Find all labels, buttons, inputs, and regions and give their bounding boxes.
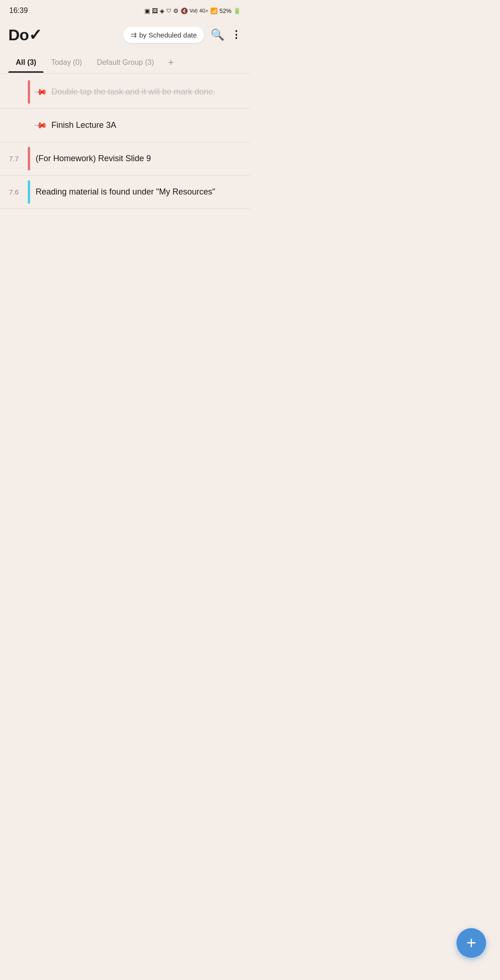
more-icon: ⋮	[231, 29, 242, 40]
task-text: Reading material is found under "My Reso…	[36, 186, 215, 198]
task-list: 📌 Double tap the task and it will be mar…	[0, 75, 250, 209]
app-bar: Do✓ ⇉ by Scheduled date 🔍 ⋮	[0, 19, 250, 52]
battery-percent: 52%	[219, 7, 231, 14]
task-date: 7.6	[0, 176, 28, 208]
task-content: 📌 Finish Lecture 3A	[30, 109, 250, 142]
tab-default-group[interactable]: Default Group (3)	[89, 53, 162, 72]
location-icon: ◈	[160, 7, 164, 14]
task-date	[0, 75, 28, 108]
mute-icon: 🔇	[181, 7, 188, 14]
bluetooth-icon: ⚙	[173, 7, 179, 14]
search-button[interactable]: 🔍	[211, 28, 225, 41]
task-text: Double tap the task and it will be mark …	[51, 86, 215, 98]
app-bar-actions: ⇉ by Scheduled date 🔍 ⋮	[123, 27, 242, 43]
pin-icon: 📌	[33, 118, 48, 132]
tabs: All (3) Today (0) Default Group (3) +	[0, 52, 250, 74]
search-icon: 🔍	[211, 28, 225, 41]
add-tab-button[interactable]: +	[163, 52, 179, 73]
sort-button[interactable]: ⇉ by Scheduled date	[123, 27, 204, 43]
status-icons: ▣ 🖼 ◈ 🛡 ⚙ 🔇 Vol) 4G+ 📶 52% 🔋	[144, 7, 241, 14]
tab-today[interactable]: Today (0)	[44, 53, 89, 72]
task-item[interactable]: 7.7 (For Homework) Revisit Slide 9	[0, 142, 250, 176]
shield-icon: 🛡	[166, 8, 171, 13]
sort-label: by Scheduled date	[139, 31, 197, 39]
vol-icon: Vol)	[190, 8, 198, 13]
task-date	[0, 109, 28, 142]
app-title: Do✓	[8, 25, 42, 44]
task-date: 7.7	[0, 142, 28, 175]
more-button[interactable]: ⋮	[231, 29, 242, 41]
task-text: (For Homework) Revisit Slide 9	[36, 153, 151, 164]
task-item[interactable]: 📌 Double tap the task and it will be mar…	[0, 75, 250, 109]
tab-all[interactable]: All (3)	[8, 53, 44, 72]
task-item[interactable]: 📌 Finish Lecture 3A	[0, 109, 250, 142]
task-content: (For Homework) Revisit Slide 9	[30, 142, 250, 175]
task-content: Reading material is found under "My Reso…	[30, 176, 250, 208]
task-item[interactable]: 7.6 Reading material is found under "My …	[0, 176, 250, 209]
task-text: Finish Lecture 3A	[51, 119, 116, 131]
task-content: 📌 Double tap the task and it will be mar…	[30, 75, 250, 108]
pin-icon: 📌	[33, 85, 48, 99]
network-icon: 4G+	[200, 8, 208, 13]
status-bar: 16:39 ▣ 🖼 ◈ 🛡 ⚙ 🔇 Vol) 4G+ 📶 52% 🔋	[0, 0, 250, 19]
sort-icon: ⇉	[131, 31, 137, 39]
media-icon: ▣	[144, 7, 150, 14]
signal-icon: 📶	[210, 7, 218, 14]
battery-icon: 🔋	[233, 7, 241, 14]
status-time: 16:39	[9, 6, 28, 15]
photo-icon: 🖼	[152, 7, 158, 14]
